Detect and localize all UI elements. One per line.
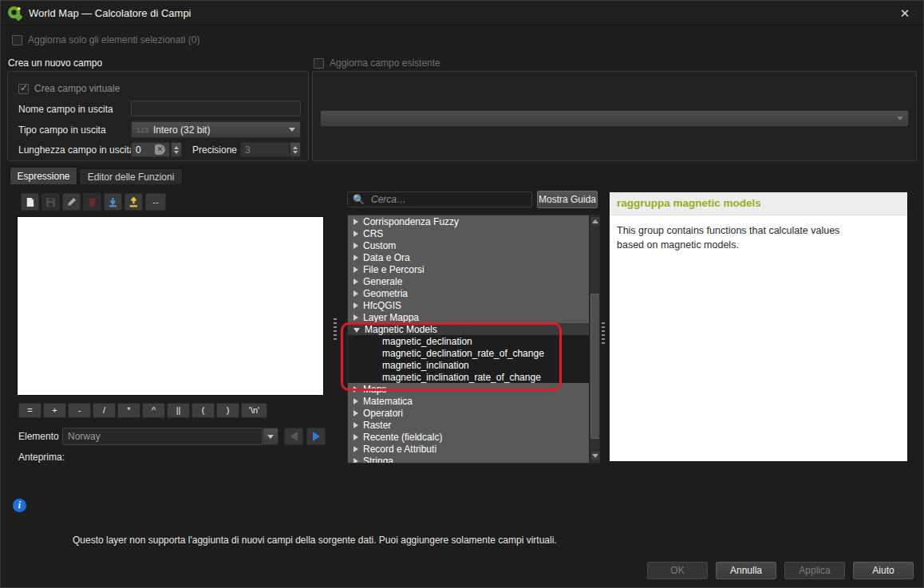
function-group[interactable]: Layer Mappa bbox=[348, 311, 590, 323]
import-down-arrow-icon bbox=[108, 197, 118, 207]
chevron-right-icon bbox=[353, 386, 358, 393]
precision-spinner[interactable] bbox=[290, 142, 301, 157]
import-expression-button[interactable] bbox=[104, 193, 122, 211]
save-icon bbox=[45, 197, 56, 207]
element-combo[interactable]: Norway bbox=[62, 428, 263, 445]
right-splitter-handle[interactable] bbox=[602, 322, 605, 345]
output-length-label: Lunghezza campo in uscita bbox=[18, 144, 134, 156]
operator-divide-button[interactable]: / bbox=[93, 403, 116, 418]
function-group[interactable]: Data e Ora bbox=[348, 251, 590, 263]
chevron-right-icon bbox=[353, 266, 358, 273]
output-type-value: Intero (32 bit) bbox=[153, 124, 210, 136]
operator-minus-button[interactable]: - bbox=[68, 403, 91, 418]
new-file-icon bbox=[25, 197, 35, 207]
save-expression-button bbox=[41, 193, 60, 211]
precision-label: Precisione bbox=[192, 144, 237, 156]
function-group[interactable]: Raster bbox=[348, 419, 590, 431]
function-group[interactable]: Generale bbox=[348, 275, 590, 287]
new-expression-button[interactable] bbox=[21, 193, 39, 211]
function-group[interactable]: Recente (fieldcalc) bbox=[348, 431, 590, 443]
function-item[interactable]: magnetic_inclination bbox=[348, 359, 590, 371]
element-label: Elemento bbox=[18, 431, 59, 442]
virtual-field-checkbox[interactable] bbox=[18, 84, 29, 94]
function-item[interactable]: magnetic_inclination_rate_of_change bbox=[348, 371, 590, 383]
operator-close-paren-button[interactable]: ) bbox=[216, 403, 239, 418]
element-combo-arrow[interactable] bbox=[263, 428, 278, 445]
scrollbar-thumb[interactable] bbox=[590, 294, 600, 439]
chevron-down-icon bbox=[289, 128, 295, 132]
edit-expression-button[interactable] bbox=[62, 193, 81, 211]
function-search[interactable]: 🔍 bbox=[347, 191, 532, 207]
next-feature-button[interactable] bbox=[306, 428, 326, 445]
export-expression-button[interactable] bbox=[124, 193, 143, 211]
only-selected-label: Aggiorna solo gli elementi selezionati (… bbox=[28, 34, 199, 45]
left-splitter-handle[interactable] bbox=[334, 318, 337, 341]
chevron-right-icon bbox=[353, 231, 358, 237]
integer-type-icon: 123 bbox=[136, 126, 148, 134]
pencil-icon bbox=[66, 197, 77, 207]
chevron-right-icon bbox=[353, 278, 358, 285]
separator-button[interactable]: -- bbox=[145, 193, 166, 211]
element-value: Norway bbox=[68, 431, 101, 442]
chevron-right-icon bbox=[353, 255, 358, 261]
existing-field-dropdown bbox=[320, 110, 909, 127]
help-panel-body: This group contains functions that calcu… bbox=[610, 215, 873, 260]
scroll-up-icon[interactable] bbox=[590, 216, 600, 227]
update-field-checkbox[interactable] bbox=[314, 58, 324, 69]
virtual-field-label: Crea campo virtuale bbox=[34, 83, 120, 94]
function-group[interactable]: Geometria bbox=[348, 287, 590, 299]
only-selected-row: Aggiorna solo gli elementi selezionati (… bbox=[12, 34, 199, 45]
output-name-label: Nome campo in uscita bbox=[18, 104, 113, 115]
output-length-spinbox[interactable]: 0 ✕ bbox=[131, 142, 170, 157]
chevron-right-icon bbox=[353, 398, 358, 404]
arrow-right-icon bbox=[313, 432, 320, 441]
search-input[interactable] bbox=[369, 193, 527, 206]
preview-label: Anteprima: bbox=[18, 452, 65, 463]
operator-newline-button[interactable]: '\n' bbox=[241, 403, 267, 418]
function-group[interactable]: File e Percorsi bbox=[348, 263, 590, 275]
tab-function-editor[interactable]: Editor delle Funzioni bbox=[79, 168, 183, 184]
help-button[interactable]: Aiuto bbox=[853, 562, 914, 579]
operator-equals-button[interactable]: = bbox=[18, 403, 41, 418]
output-type-dropdown[interactable]: 123 Intero (32 bit) bbox=[131, 121, 301, 138]
chevron-right-icon bbox=[353, 446, 358, 452]
function-group[interactable]: Maps bbox=[348, 383, 590, 395]
operator-power-button[interactable]: ^ bbox=[142, 403, 165, 418]
precision-spinbox: 3 bbox=[240, 142, 290, 157]
tree-scrollbar[interactable] bbox=[589, 215, 600, 463]
output-name-input[interactable] bbox=[131, 101, 301, 116]
operator-open-paren-button[interactable]: ( bbox=[192, 403, 215, 418]
qgis-logo-icon bbox=[7, 6, 22, 21]
help-panel-title: raggruppa magnetic models bbox=[610, 192, 907, 215]
function-group[interactable]: Record e Attributi bbox=[348, 443, 590, 455]
length-spinner[interactable] bbox=[171, 142, 182, 157]
function-group[interactable]: HfcQGIS bbox=[348, 299, 590, 311]
clear-value-icon[interactable]: ✕ bbox=[155, 144, 165, 155]
only-selected-checkbox[interactable] bbox=[12, 35, 22, 45]
function-group-magnetic-models[interactable]: Magnetic Models bbox=[348, 323, 590, 335]
tab-expression[interactable]: Espressione bbox=[10, 167, 77, 184]
function-group[interactable]: Stringa bbox=[348, 455, 590, 464]
cancel-button[interactable]: Annulla bbox=[716, 562, 776, 579]
operator-concat-button[interactable]: || bbox=[167, 403, 190, 418]
window-title: World Map — Calcolatore di Campi bbox=[29, 7, 192, 19]
ok-button: OK bbox=[647, 562, 708, 579]
function-item[interactable]: magnetic_declination_rate_of_change bbox=[348, 347, 590, 359]
close-icon[interactable]: ✕ bbox=[896, 5, 914, 22]
scroll-down-icon[interactable] bbox=[590, 451, 600, 461]
field-calculator-dialog: World Map — Calcolatore di Campi ✕ Aggio… bbox=[0, 0, 924, 588]
operator-multiply-button[interactable]: * bbox=[117, 403, 140, 418]
function-group[interactable]: Operatori bbox=[348, 407, 590, 419]
update-field-row: Aggiorna campo esistente bbox=[314, 57, 440, 69]
function-group[interactable]: Corrispondenza Fuzzy bbox=[348, 215, 590, 227]
operator-plus-button[interactable]: + bbox=[43, 403, 66, 418]
function-group[interactable]: Custom bbox=[348, 239, 590, 251]
search-icon: 🔍 bbox=[353, 194, 365, 205]
function-group[interactable]: Matematica bbox=[348, 395, 590, 407]
function-tree: Corrispondenza Fuzzy CRS Custom Data e O… bbox=[347, 215, 600, 464]
function-item[interactable]: magnetic_declination bbox=[348, 335, 590, 347]
precision-value: 3 bbox=[245, 144, 251, 156]
show-help-button[interactable]: Mostra Guida bbox=[537, 191, 598, 208]
expression-editor[interactable] bbox=[17, 216, 324, 396]
function-group[interactable]: CRS bbox=[348, 227, 590, 239]
